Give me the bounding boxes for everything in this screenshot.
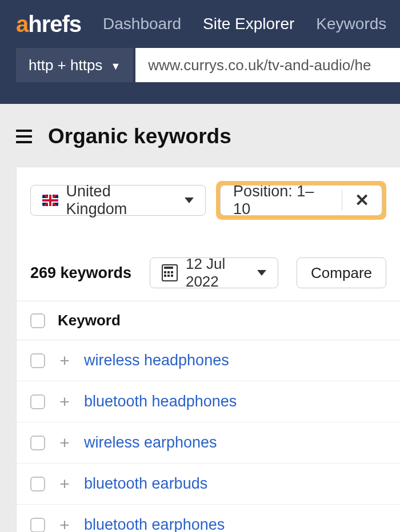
url-bar-row: http + https ▼ www.currys.co.uk/tv-and-a… [0,48,400,82]
main-card: United Kingdom Position: 1–10 ✕ 269 keyw… [16,167,400,532]
expand-icon[interactable]: + [58,434,71,452]
nav-keywords[interactable]: Keywords [316,15,386,33]
position-filter-button[interactable]: Position: 1–10 [221,186,342,215]
table-row: + bluetooth earphones [17,504,400,532]
hamburger-icon[interactable] [16,130,32,143]
date-picker[interactable]: 12 Jul 2022 [150,257,278,288]
keyword-link[interactable]: bluetooth earphones [84,516,225,532]
table-row: + bluetooth headphones [17,381,400,422]
meta-row: 269 keywords 12 Jul 2022 Compare [17,233,400,301]
row-checkbox[interactable] [30,394,45,409]
expand-icon[interactable]: + [58,352,71,369]
logo-letter-a: a [16,11,28,37]
keyword-link[interactable]: wireless headphones [84,352,229,369]
table-row: + bluetooth earbuds [17,463,400,504]
row-checkbox[interactable] [30,353,45,368]
select-all-checkbox[interactable] [30,313,45,328]
position-filter-highlight: Position: 1–10 ✕ [216,181,386,220]
position-filter: Position: 1–10 ✕ [220,185,382,216]
page-header: Organic keywords [0,104,400,167]
top-bar: ahrefs Dashboard Site Explorer Keywords … [0,0,400,104]
row-checkbox[interactable] [30,477,45,491]
url-value: www.currys.co.uk/tv-and-audio/he [148,57,371,74]
keyword-count: 269 keywords [30,264,131,282]
keyword-link[interactable]: bluetooth earbuds [84,475,207,493]
table-row: + wireless earphones [17,422,400,463]
expand-icon[interactable]: + [58,475,71,493]
ahrefs-logo[interactable]: ahrefs [16,11,81,37]
logo-rest: hrefs [28,11,81,37]
caret-down-icon: ▼ [110,61,121,72]
top-nav: ahrefs Dashboard Site Explorer Keywords [0,0,400,48]
expand-icon[interactable]: + [58,517,71,533]
filter-row: United Kingdom Position: 1–10 ✕ [17,167,400,233]
calendar-icon [162,264,178,281]
nav-dashboard[interactable]: Dashboard [103,15,181,33]
protocol-select[interactable]: http + https ▼ [16,48,133,82]
country-label: United Kingdom [66,183,175,218]
compare-button[interactable]: Compare [297,257,386,288]
caret-down-icon [257,270,266,276]
table-body: + wireless headphones + bluetooth headph… [17,340,400,532]
protocol-label: http + https [29,57,102,74]
compare-label: Compare [311,264,372,282]
row-checkbox[interactable] [30,518,45,533]
date-label: 12 Jul 2022 [186,255,249,291]
table-header: Keyword [17,301,400,340]
close-icon: ✕ [355,192,369,209]
uk-flag-icon [42,195,58,206]
keyword-link[interactable]: wireless earphones [84,434,217,452]
row-checkbox[interactable] [30,436,45,450]
url-input[interactable]: www.currys.co.uk/tv-and-audio/he [135,48,400,82]
nav-site-explorer[interactable]: Site Explorer [203,15,294,33]
expand-icon[interactable]: + [58,393,71,410]
table-row: + wireless headphones [17,340,400,381]
page-title: Organic keywords [48,124,231,148]
position-filter-clear[interactable]: ✕ [342,186,382,215]
keyword-link[interactable]: bluetooth headphones [84,393,237,410]
caret-down-icon [185,198,194,203]
column-header-keyword: Keyword [58,312,121,329]
country-filter[interactable]: United Kingdom [30,185,206,216]
position-label: Position: 1–10 [233,185,329,216]
